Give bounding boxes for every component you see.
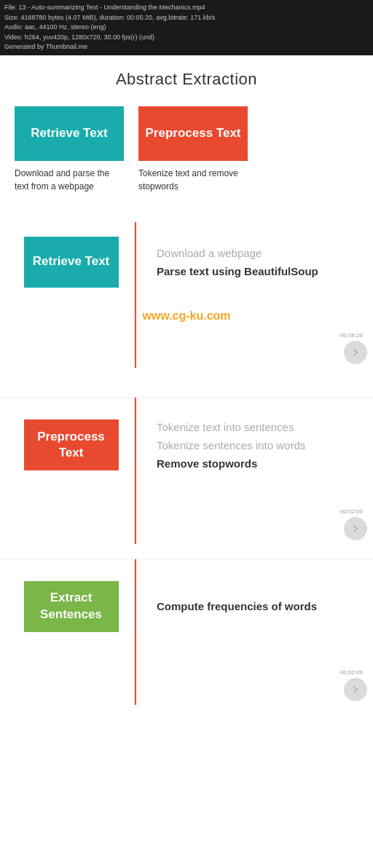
timeline-btn-wrap-extract: Extract Sentences [15, 581, 127, 632]
preprocess-item-2: Tokenize sentences into words [157, 438, 358, 453]
nav-arrow-1[interactable] [344, 341, 367, 364]
timeline-btn-wrap-retrieve: Retrieve Text [15, 237, 127, 288]
overview-section: Retrieve Text Download and parse the tex… [0, 106, 373, 193]
timeline-extract-sentences-button[interactable]: Extract Sentences [24, 581, 119, 632]
extract-sentences-content: Compute frequencies of words [157, 599, 358, 614]
section-retrieve-text: Retrieve Text Download a webpage Parse t… [0, 222, 373, 368]
timeline-line-3 [135, 559, 136, 705]
timeline-row-retrieve: Retrieve Text Download a webpage Parse t… [0, 222, 373, 302]
preprocess-text-desc: Tokenize text and remove stopwords [138, 167, 248, 193]
timeline-retrieve-text-button[interactable]: Retrieve Text [24, 237, 119, 288]
retrieve-text-desc: Download and parse the text from a webpa… [15, 167, 124, 193]
section-extract-sentences: Extract Sentences Compute frequencies of… [0, 559, 373, 705]
preprocess-item-1: Tokenize text into sentences [157, 419, 358, 435]
preprocess-text-content: Tokenize text into sentences Tokenize se… [157, 419, 358, 471]
time-label-3: 00:02:49 [340, 669, 363, 676]
info-bar: File: 13 - Auto-summarizing Text - Under… [0, 0, 373, 55]
nav-arrow-3[interactable] [344, 678, 367, 701]
preprocess-item-3: Remove stopwords [157, 456, 358, 471]
section-preprocess-text: Preprocess Text Tokenize text into sente… [0, 397, 373, 544]
retrieve-text-content: Download a webpage Parse text using Beau… [157, 245, 358, 279]
retrieve-item-1: Download a webpage [157, 245, 358, 261]
page-title: Abstract Extraction [0, 70, 373, 89]
extract-item-1: Compute frequencies of words [157, 599, 358, 614]
timeline-line-1 [135, 222, 136, 368]
timeline-preprocess-text-button[interactable]: Preprocess Text [24, 419, 119, 470]
retrieve-text-button[interactable]: Retrieve Text [15, 106, 124, 161]
retrieve-item-2: Parse text using BeautifulSoup [157, 264, 358, 279]
timeline-line-2 [135, 398, 136, 544]
card-retrieve-text: Retrieve Text Download and parse the tex… [15, 106, 124, 193]
nav-arrow-2[interactable] [344, 517, 367, 540]
preprocess-text-button[interactable]: Preprocess Text [138, 106, 248, 161]
timeline-btn-wrap-preprocess: Preprocess Text [15, 419, 127, 470]
card-preprocess-text: Preprocess Text Tokenize text and remove… [138, 106, 248, 193]
time-label-2: 00:02:00 [340, 508, 363, 515]
timeline-row-preprocess: Preprocess Text Tokenize text into sente… [0, 405, 373, 486]
timeline-row-extract: Extract Sentences Compute frequencies of… [0, 567, 373, 647]
watermark: www.cg-ku.com [0, 302, 373, 330]
time-label-1: 00:08:29 [340, 332, 363, 339]
